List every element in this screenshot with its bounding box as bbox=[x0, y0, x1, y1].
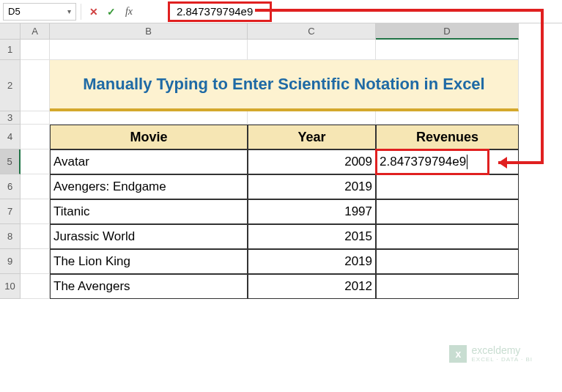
cell-revenue-3[interactable] bbox=[376, 199, 519, 224]
cell-movie-2[interactable]: Avengers: Endgame bbox=[50, 174, 248, 199]
text-cursor bbox=[467, 155, 467, 169]
select-all-corner[interactable] bbox=[0, 23, 21, 40]
cell-a9[interactable] bbox=[21, 249, 50, 274]
row-header-1[interactable]: 1 bbox=[0, 40, 21, 60]
cell-movie-1[interactable]: Avatar bbox=[50, 149, 248, 174]
cell-year-3[interactable]: 1997 bbox=[248, 199, 376, 224]
cell-a7[interactable] bbox=[21, 199, 50, 224]
cell-a3[interactable] bbox=[21, 111, 50, 125]
row-header-5[interactable]: 5 bbox=[0, 149, 21, 174]
cell-d5-value: 2.847379794e9 bbox=[380, 155, 466, 169]
row-header-9[interactable]: 9 bbox=[0, 249, 21, 274]
formula-tools: ✕ ✓ fx bbox=[81, 4, 141, 20]
row-header-10[interactable]: 10 bbox=[0, 274, 21, 299]
header-revenues[interactable]: Revenues bbox=[376, 125, 519, 149]
name-box-value: D5 bbox=[8, 6, 21, 17]
watermark-brand: exceldemy bbox=[471, 344, 520, 356]
enter-icon[interactable]: ✓ bbox=[103, 4, 119, 20]
cell-a4[interactable] bbox=[21, 125, 50, 149]
row-header-8[interactable]: 8 bbox=[0, 224, 21, 249]
cell-movie-6[interactable]: The Avengers bbox=[50, 274, 248, 299]
header-year[interactable]: Year bbox=[248, 125, 376, 149]
title-cell[interactable]: Manually Typing to Enter Scientific Nota… bbox=[50, 60, 519, 111]
formula-bar: D5 ▾ ✕ ✓ fx 2.847379794e9 bbox=[0, 0, 562, 23]
watermark-logo-icon: x bbox=[449, 345, 467, 363]
cell-a2[interactable] bbox=[21, 60, 50, 111]
name-box[interactable]: D5 ▾ bbox=[3, 3, 76, 21]
cell-revenue-2[interactable] bbox=[376, 174, 519, 199]
cell-d5-active[interactable]: 2.847379794e9 bbox=[376, 149, 519, 174]
cell-year-5[interactable]: 2019 bbox=[248, 249, 376, 274]
cell-movie-3[interactable]: Titanic bbox=[50, 199, 248, 224]
cell-revenue-4[interactable] bbox=[376, 224, 519, 249]
cell-revenue-6[interactable] bbox=[376, 274, 519, 299]
cell-year-2[interactable]: 2019 bbox=[248, 174, 376, 199]
cell-movie-5[interactable]: The Lion King bbox=[50, 249, 248, 274]
cell-a1[interactable] bbox=[21, 40, 50, 60]
cell-year-4[interactable]: 2015 bbox=[248, 224, 376, 249]
cell-a6[interactable] bbox=[21, 174, 50, 199]
fx-icon[interactable]: fx bbox=[121, 4, 137, 20]
col-header-d[interactable]: D bbox=[376, 23, 519, 40]
cell-b3[interactable] bbox=[50, 111, 248, 125]
watermark-tagline: EXCEL · DATA · BI bbox=[471, 356, 533, 363]
cell-c1[interactable] bbox=[248, 40, 376, 60]
formula-text: 2.847379794e9 bbox=[177, 5, 253, 18]
watermark: x exceldemy EXCEL · DATA · BI bbox=[449, 344, 533, 363]
cell-a8[interactable] bbox=[21, 224, 50, 249]
col-header-a[interactable]: A bbox=[21, 23, 50, 40]
cell-d3[interactable] bbox=[376, 111, 519, 125]
cell-d1[interactable] bbox=[376, 40, 519, 60]
row-header-7[interactable]: 7 bbox=[0, 199, 21, 224]
cell-c3[interactable] bbox=[248, 111, 376, 125]
spreadsheet: A B C D 1 2 Manually Typing to Enter Sci… bbox=[0, 23, 562, 299]
column-header-row: A B C D bbox=[0, 23, 562, 40]
cell-revenue-5[interactable] bbox=[376, 249, 519, 274]
cell-b1[interactable] bbox=[50, 40, 248, 60]
cell-movie-4[interactable]: Jurassic World bbox=[50, 224, 248, 249]
row-header-2[interactable]: 2 bbox=[0, 60, 21, 111]
col-header-c[interactable]: C bbox=[248, 23, 376, 40]
row-header-4[interactable]: 4 bbox=[0, 125, 21, 149]
page-title: Manually Typing to Enter Scientific Nota… bbox=[83, 75, 484, 94]
row-header-3[interactable]: 3 bbox=[0, 111, 21, 125]
cancel-icon[interactable]: ✕ bbox=[86, 4, 102, 20]
header-movie[interactable]: Movie bbox=[50, 125, 248, 149]
row-header-6[interactable]: 6 bbox=[0, 174, 21, 199]
formula-input[interactable]: 2.847379794e9 bbox=[141, 3, 559, 21]
chevron-down-icon[interactable]: ▾ bbox=[67, 7, 71, 15]
cell-year-1[interactable]: 2009 bbox=[248, 149, 376, 174]
col-header-b[interactable]: B bbox=[50, 23, 248, 40]
cell-a10[interactable] bbox=[21, 274, 50, 299]
cell-year-6[interactable]: 2012 bbox=[248, 274, 376, 299]
cell-a5[interactable] bbox=[21, 149, 50, 174]
